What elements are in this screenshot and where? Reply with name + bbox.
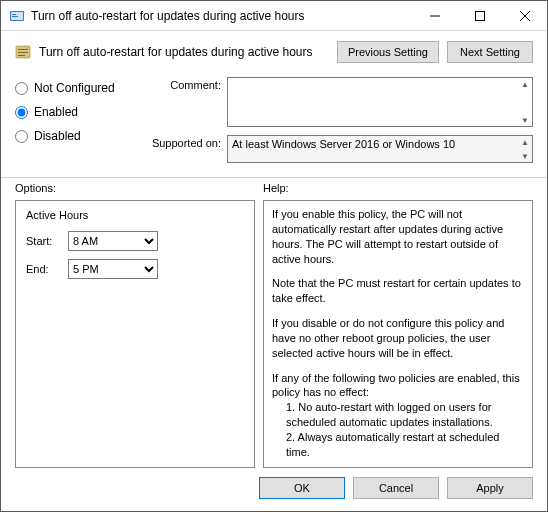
svg-rect-7 bbox=[18, 52, 28, 53]
dialog-footer: OK Cancel Apply bbox=[1, 467, 547, 511]
ok-button[interactable]: OK bbox=[259, 477, 345, 499]
svg-rect-3 bbox=[12, 16, 18, 17]
gpedit-policy-dialog: Turn off auto-restart for updates during… bbox=[0, 0, 548, 512]
help-text: 2. Always automatically restart at sched… bbox=[272, 430, 524, 460]
svg-rect-4 bbox=[475, 11, 484, 20]
help-text: If any of the following two policies are… bbox=[272, 371, 524, 401]
help-text: 1. No auto-restart with logged on users … bbox=[272, 400, 524, 430]
policy-setting-icon bbox=[15, 44, 31, 60]
radio-enabled-label: Enabled bbox=[34, 105, 78, 119]
divider bbox=[1, 177, 547, 178]
start-select[interactable]: 12 AM1 AM2 AM3 AM4 AM5 AM6 AM7 AM8 AM9 A… bbox=[68, 231, 158, 251]
radio-enabled-input[interactable] bbox=[15, 106, 28, 119]
maximize-button[interactable] bbox=[457, 1, 502, 30]
svg-rect-8 bbox=[18, 55, 25, 56]
active-hours-heading: Active Hours bbox=[26, 209, 244, 221]
help-text: If you enable this policy, the PC will n… bbox=[272, 207, 524, 266]
radio-not-configured[interactable]: Not Configured bbox=[15, 81, 135, 95]
comment-label: Comment: bbox=[149, 77, 221, 91]
close-button[interactable] bbox=[502, 1, 547, 30]
help-label: Help: bbox=[263, 182, 533, 194]
start-label: Start: bbox=[26, 235, 60, 247]
end-label: End: bbox=[26, 263, 60, 275]
radio-not-configured-input[interactable] bbox=[15, 82, 28, 95]
options-label: Options: bbox=[15, 182, 255, 194]
minimize-button[interactable] bbox=[412, 1, 457, 30]
radio-disabled[interactable]: Disabled bbox=[15, 129, 135, 143]
state-radios: Not Configured Enabled Disabled bbox=[15, 77, 135, 165]
help-text: If you disable or do not configure this … bbox=[272, 316, 524, 361]
svg-rect-6 bbox=[18, 49, 28, 50]
end-select[interactable]: 12 AM1 AM2 AM3 AM4 AM5 AM6 AM7 AM8 AM9 A… bbox=[68, 259, 158, 279]
supported-on-label: Supported on: bbox=[149, 135, 221, 149]
policy-icon bbox=[9, 8, 25, 24]
radio-disabled-input[interactable] bbox=[15, 130, 28, 143]
titlebar: Turn off auto-restart for updates during… bbox=[1, 1, 547, 31]
next-setting-button[interactable]: Next Setting bbox=[447, 41, 533, 63]
window-controls bbox=[412, 1, 547, 30]
comment-field[interactable] bbox=[227, 77, 533, 127]
svg-rect-2 bbox=[12, 14, 16, 15]
options-panel: Active Hours Start: 12 AM1 AM2 AM3 AM4 A… bbox=[15, 200, 255, 468]
radio-enabled[interactable]: Enabled bbox=[15, 105, 135, 119]
apply-button[interactable]: Apply bbox=[447, 477, 533, 499]
supported-on-field bbox=[227, 135, 533, 163]
cancel-button[interactable]: Cancel bbox=[353, 477, 439, 499]
state-and-fields: Not Configured Enabled Disabled Comment:… bbox=[1, 69, 547, 171]
policy-title: Turn off auto-restart for updates during… bbox=[39, 45, 329, 59]
radio-disabled-label: Disabled bbox=[34, 129, 81, 143]
help-panel: If you enable this policy, the PC will n… bbox=[263, 200, 533, 468]
help-text: Note that the PC must restart for certai… bbox=[272, 276, 524, 306]
window-title: Turn off auto-restart for updates during… bbox=[31, 9, 412, 23]
previous-setting-button[interactable]: Previous Setting bbox=[337, 41, 439, 63]
radio-not-configured-label: Not Configured bbox=[34, 81, 115, 95]
policy-header: Turn off auto-restart for updates during… bbox=[1, 31, 547, 69]
